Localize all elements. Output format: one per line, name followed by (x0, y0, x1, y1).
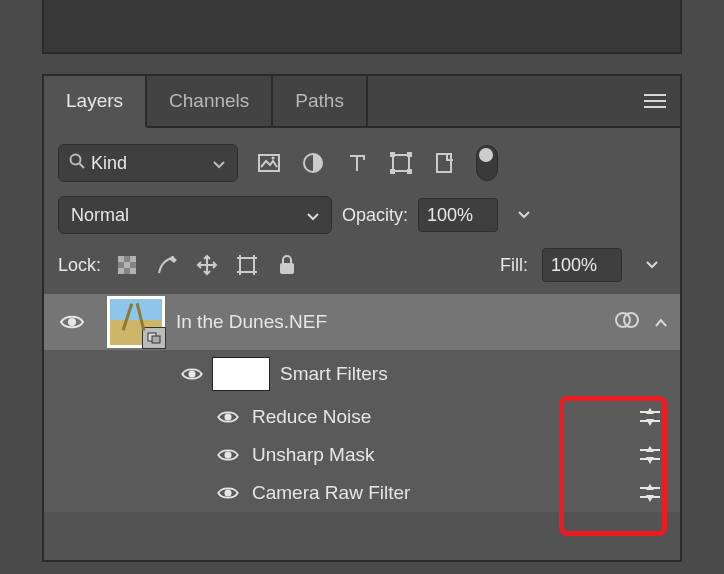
filter-kind-label: Kind (91, 153, 127, 174)
visibility-toggle-icon[interactable] (216, 447, 240, 463)
visibility-toggle-icon[interactable] (216, 485, 240, 501)
smart-filters-mask-thumbnail[interactable] (212, 357, 270, 391)
visibility-toggle-icon[interactable] (216, 409, 240, 425)
filter-adjustment-icon[interactable] (300, 150, 326, 176)
layers-panel: Layers Channels Paths Kind (42, 74, 682, 562)
svg-rect-22 (130, 262, 136, 268)
svg-rect-11 (390, 169, 395, 174)
lock-fill-row: Lock: Fill: 100% (44, 244, 680, 294)
search-icon (69, 153, 85, 174)
svg-rect-9 (390, 152, 395, 157)
svg-rect-26 (240, 258, 254, 272)
svg-rect-34 (152, 336, 160, 343)
filter-blending-options-icon[interactable] (620, 483, 680, 503)
opacity-value: 100% (427, 205, 473, 226)
smart-filters-label: Smart Filters (280, 363, 620, 385)
svg-rect-8 (393, 155, 409, 171)
svg-point-3 (71, 154, 81, 164)
filter-type-row: Kind (44, 128, 680, 192)
collapse-chevron-icon[interactable] (654, 312, 668, 333)
svg-rect-19 (130, 268, 136, 274)
smart-filter-row[interactable]: Reduce Noise (44, 398, 680, 436)
filter-kind-dropdown[interactable]: Kind (58, 144, 238, 182)
visibility-toggle-icon[interactable] (59, 313, 85, 331)
svg-rect-16 (124, 262, 130, 268)
lock-transparent-icon[interactable] (115, 253, 139, 277)
opacity-flyout-chevron[interactable] (510, 199, 538, 231)
layer-name-label: In the Dunes.NEF (176, 311, 614, 333)
svg-rect-23 (124, 268, 130, 274)
layer-thumbnail[interactable] (107, 296, 165, 348)
panel-above-placeholder (42, 0, 682, 54)
smart-filter-name: Unsharp Mask (252, 444, 620, 466)
filter-smartobject-icon[interactable] (432, 150, 458, 176)
panel-menu-icon[interactable] (644, 93, 666, 109)
panel-tabs: Layers Channels Paths (44, 76, 680, 128)
filter-blending-options-icon[interactable] (620, 407, 680, 427)
filter-toggle[interactable] (476, 145, 498, 181)
lock-artboard-icon[interactable] (235, 253, 259, 277)
svg-rect-13 (437, 154, 451, 172)
fill-value-field[interactable]: 100% (542, 248, 622, 282)
svg-point-43 (224, 451, 231, 458)
fill-flyout-chevron[interactable] (638, 249, 666, 281)
lock-icons (115, 253, 299, 277)
smart-filter-row[interactable]: Camera Raw Filter (44, 474, 680, 512)
opacity-label: Opacity: (342, 205, 408, 226)
lock-label: Lock: (58, 255, 101, 276)
svg-point-37 (188, 370, 195, 377)
tab-paths[interactable]: Paths (273, 76, 368, 126)
filter-blend-options-icon[interactable] (614, 311, 640, 334)
svg-rect-17 (130, 256, 136, 262)
svg-rect-31 (280, 263, 294, 274)
smart-filter-row[interactable]: Unsharp Mask (44, 436, 680, 474)
layer-row-main[interactable]: In the Dunes.NEF (44, 294, 680, 350)
fill-label: Fill: (500, 255, 528, 276)
tab-filler (368, 76, 680, 126)
lock-image-icon[interactable] (155, 253, 179, 277)
smart-filters-header-row[interactable]: Smart Filters (44, 350, 680, 398)
lock-position-icon[interactable] (195, 253, 219, 277)
tab-layers[interactable]: Layers (44, 76, 147, 128)
svg-rect-18 (118, 268, 124, 274)
layers-list: In the Dunes.NEF Smart Filters (44, 294, 680, 512)
filter-pixel-icon[interactable] (256, 150, 282, 176)
tab-paths-label: Paths (295, 90, 344, 112)
svg-point-6 (272, 157, 275, 160)
chevron-down-icon (307, 205, 319, 226)
fill-value: 100% (551, 255, 597, 276)
tab-channels[interactable]: Channels (147, 76, 273, 126)
smart-object-badge-icon (142, 327, 166, 349)
svg-marker-42 (646, 419, 654, 426)
svg-marker-47 (646, 457, 654, 464)
svg-line-4 (80, 163, 85, 168)
svg-rect-10 (407, 152, 412, 157)
filter-blending-options-icon[interactable] (620, 445, 680, 465)
svg-rect-20 (124, 256, 130, 262)
tab-channels-label: Channels (169, 90, 249, 112)
blend-opacity-row: Normal Opacity: 100% (44, 192, 680, 244)
opacity-value-field[interactable]: 100% (418, 198, 498, 232)
tab-layers-label: Layers (66, 90, 123, 112)
smart-filter-name: Reduce Noise (252, 406, 620, 428)
svg-point-48 (224, 489, 231, 496)
svg-rect-12 (407, 169, 412, 174)
smart-filter-name: Camera Raw Filter (252, 482, 620, 504)
svg-point-38 (224, 413, 231, 420)
lock-all-icon[interactable] (275, 253, 299, 277)
blend-mode-label: Normal (71, 205, 129, 226)
visibility-toggle-icon[interactable] (180, 366, 204, 382)
chevron-down-icon (213, 153, 225, 174)
svg-point-32 (68, 318, 76, 326)
svg-marker-52 (646, 495, 654, 502)
blend-mode-dropdown[interactable]: Normal (58, 196, 332, 234)
filter-type-icon[interactable] (344, 150, 370, 176)
svg-rect-15 (118, 256, 124, 262)
filter-shape-icon[interactable] (388, 150, 414, 176)
svg-rect-21 (118, 262, 124, 268)
